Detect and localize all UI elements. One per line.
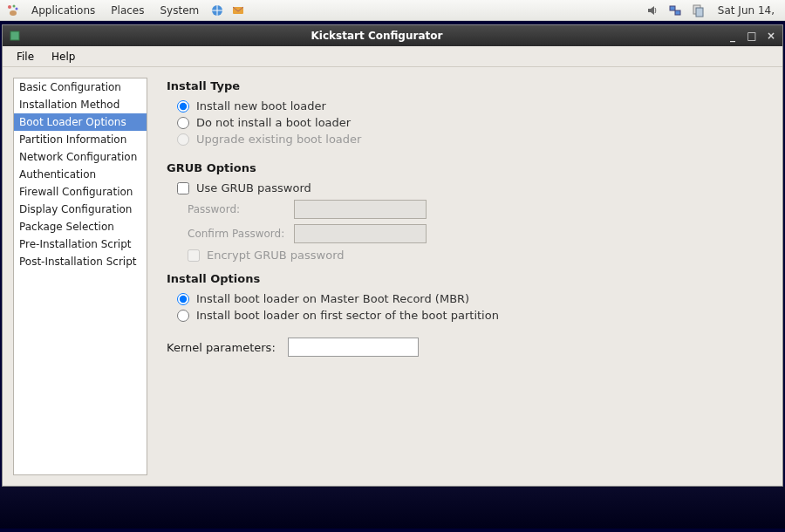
- svg-point-3: [10, 10, 17, 16]
- sidebar-item-firewall-configuration[interactable]: Firewall Configuration: [14, 183, 147, 201]
- radio-no-install[interactable]: Do not install a boot loader: [177, 116, 768, 129]
- sidebar-item-post-installation-script[interactable]: Post-Installation Script: [14, 253, 147, 270]
- sidebar-item-display-configuration[interactable]: Display Configuration: [14, 201, 147, 218]
- confirm-password-input: [294, 224, 427, 243]
- app-icon: [8, 29, 22, 43]
- system-menu[interactable]: System: [153, 3, 206, 18]
- svg-point-1: [13, 4, 16, 7]
- sidebar-item-authentication[interactable]: Authentication: [14, 166, 147, 183]
- menubar: File Help: [3, 46, 782, 67]
- clock[interactable]: Sat Jun 14,: [711, 3, 775, 18]
- install-type-header: Install Type: [167, 79, 768, 92]
- gnome-foot-icon: [5, 3, 21, 18]
- svg-rect-6: [670, 6, 675, 10]
- network-icon[interactable]: [667, 3, 683, 18]
- content-panel: Install Type Install new boot loader Do …: [163, 78, 772, 475]
- radio-upgrade-label: Upgrade existing boot loader: [196, 133, 361, 146]
- maximize-button[interactable]: □: [746, 30, 758, 42]
- radio-install-new-input[interactable]: [177, 100, 189, 113]
- radio-first-sector-input[interactable]: [177, 310, 189, 322]
- menu-help[interactable]: Help: [43, 48, 84, 65]
- svg-rect-9: [696, 8, 703, 17]
- checkbox-encrypt-grub-input: [188, 249, 200, 262]
- close-button[interactable]: ×: [765, 30, 777, 42]
- sidebar-item-network-configuration[interactable]: Network Configuration: [14, 148, 147, 166]
- sidebar-item-installation-method[interactable]: Installation Method: [14, 96, 147, 113]
- sidebar: Basic ConfigurationInstallation MethodBo…: [13, 78, 147, 475]
- window-title: Kickstart Configurator: [27, 30, 727, 42]
- grub-options-header: GRUB Options: [167, 161, 768, 174]
- svg-point-0: [8, 5, 11, 9]
- install-options-header: Install Options: [167, 272, 768, 285]
- kernel-parameters-input[interactable]: [288, 338, 419, 357]
- sidebar-item-package-selection[interactable]: Package Selection: [14, 218, 147, 235]
- minimize-button[interactable]: _: [727, 30, 739, 42]
- password-label: Password:: [188, 203, 285, 215]
- radio-upgrade: Upgrade existing boot loader: [177, 133, 768, 146]
- titlebar[interactable]: Kickstart Configurator _ □ ×: [3, 25, 782, 46]
- radio-install-new[interactable]: Install new boot loader: [177, 99, 768, 113]
- radio-mbr-label: Install boot loader on Master Boot Recor…: [196, 292, 469, 305]
- clipboard-icon[interactable]: [690, 3, 706, 18]
- radio-mbr-input[interactable]: [177, 293, 189, 305]
- browser-launcher-icon[interactable]: [209, 3, 225, 18]
- bottom-taskbar: [0, 487, 785, 529]
- radio-first-sector-label: Install boot loader on first sector of t…: [196, 309, 499, 322]
- radio-install-new-label: Install new boot loader: [196, 99, 326, 113]
- kernel-parameters-label: Kernel parameters:: [167, 341, 276, 354]
- desktop-panel: Applications Places System Sat Jun 14,: [0, 0, 785, 21]
- radio-upgrade-input: [177, 133, 189, 146]
- checkbox-use-grub-password-label: Use GRUB password: [196, 181, 311, 194]
- radio-no-install-input[interactable]: [177, 117, 189, 129]
- radio-no-install-label: Do not install a boot loader: [196, 116, 351, 129]
- checkbox-use-grub-password[interactable]: Use GRUB password: [177, 181, 768, 194]
- checkbox-use-grub-password-input[interactable]: [177, 182, 189, 194]
- app-window: Kickstart Configurator _ □ × File Help B…: [2, 24, 783, 487]
- checkbox-encrypt-grub: Encrypt GRUB password: [188, 249, 768, 262]
- radio-first-sector[interactable]: Install boot loader on first sector of t…: [177, 309, 768, 322]
- checkbox-encrypt-grub-label: Encrypt GRUB password: [207, 249, 345, 262]
- volume-icon[interactable]: [645, 3, 660, 18]
- svg-point-2: [16, 7, 18, 10]
- sidebar-item-basic-configuration[interactable]: Basic Configuration: [14, 78, 147, 96]
- places-menu[interactable]: Places: [104, 3, 151, 18]
- password-input: [294, 200, 427, 219]
- radio-mbr[interactable]: Install boot loader on Master Boot Recor…: [177, 292, 768, 305]
- menu-file[interactable]: File: [8, 48, 43, 65]
- sidebar-item-boot-loader-options[interactable]: Boot Loader Options: [14, 113, 147, 131]
- svg-rect-7: [675, 10, 680, 15]
- confirm-password-label: Confirm Password:: [188, 228, 285, 240]
- mail-launcher-icon[interactable]: [230, 3, 246, 18]
- sidebar-item-pre-installation-script[interactable]: Pre-Installation Script: [14, 235, 147, 253]
- sidebar-item-partition-information[interactable]: Partition Information: [14, 131, 147, 148]
- svg-rect-10: [10, 31, 19, 40]
- applications-menu[interactable]: Applications: [24, 3, 102, 18]
